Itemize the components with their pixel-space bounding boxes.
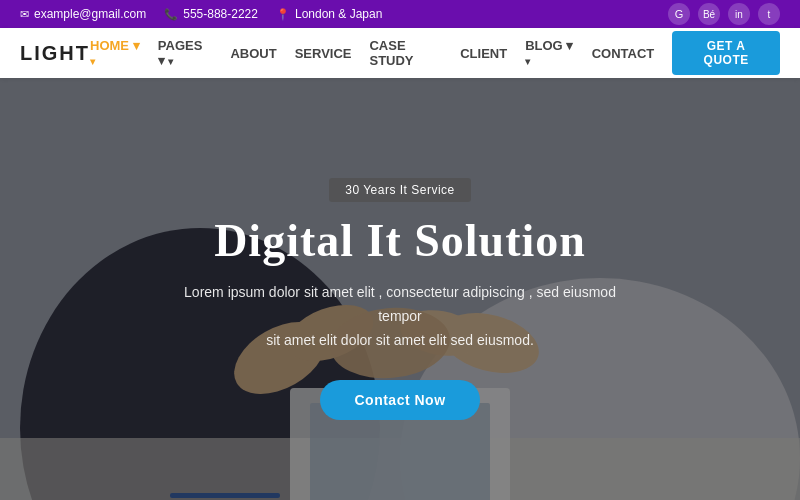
hero-section: 30 Years It Service Digital It Solution … [0,78,800,500]
nav-item-blog[interactable]: BLOG ▾ [525,38,574,68]
service-badge: 30 Years It Service [329,178,471,202]
navbar: LIGHT HOME ▾ PAGES ▾ ABOUT SERVICE CASE … [0,28,800,78]
nav-item-casestudy[interactable]: CASE STUDY [369,38,442,68]
hero-subtitle: Lorem ipsum dolor sit amet elit , consec… [180,281,620,352]
phone-icon: 📞 [164,8,178,21]
behance-social-icon[interactable]: Bé [698,3,720,25]
topbar-email: example@gmail.com [20,7,146,21]
topbar-contact-info: example@gmail.com 📞 555-888-2222 📍 Londo… [20,7,382,21]
topbar-location: 📍 London & Japan [276,7,382,21]
topbar-phone: 📞 555-888-2222 [164,7,258,21]
contact-now-button[interactable]: Contact Now [320,380,479,420]
nav-item-pages[interactable]: PAGES ▾ [158,38,213,68]
envelope-icon [20,8,29,21]
location-icon: 📍 [276,8,290,21]
nav-menu: HOME ▾ PAGES ▾ ABOUT SERVICE CASE STUDY … [90,31,780,75]
site-logo[interactable]: LIGHT [20,42,90,65]
nav-item-client[interactable]: CLIENT [460,46,507,61]
twitter-social-icon[interactable]: t [758,3,780,25]
nav-item-contact[interactable]: CONTACT [592,46,655,61]
get-quote-button[interactable]: GET A QUOTE [672,31,780,75]
google-social-icon[interactable]: G [668,3,690,25]
nav-item-home[interactable]: HOME ▾ [90,38,140,68]
topbar-social-links: G Bé in t [668,3,780,25]
nav-item-about[interactable]: ABOUT [230,46,276,61]
topbar: example@gmail.com 📞 555-888-2222 📍 Londo… [0,0,800,28]
linkedin-social-icon[interactable]: in [728,3,750,25]
nav-item-service[interactable]: SERVICE [295,46,352,61]
hero-title: Digital It Solution [0,214,800,267]
hero-content: 30 Years It Service Digital It Solution … [0,78,800,420]
